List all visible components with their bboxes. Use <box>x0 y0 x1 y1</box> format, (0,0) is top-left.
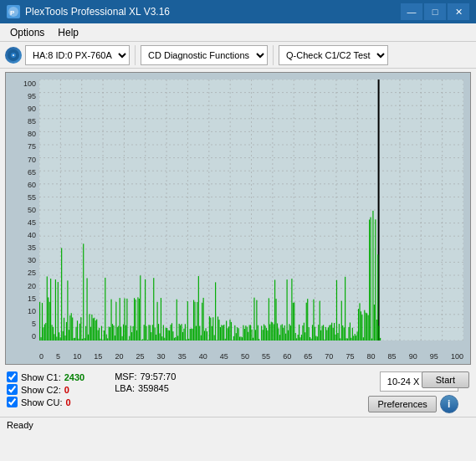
menu-help[interactable]: Help <box>51 25 85 40</box>
menu-bar: Options Help <box>0 23 476 42</box>
c2-check-item: Show C2: 0 <box>7 384 84 395</box>
cu-value: 0 <box>66 397 71 407</box>
info-button[interactable]: i <box>440 395 458 413</box>
show-c2-checkbox[interactable] <box>7 384 18 395</box>
c2-label: Show C2: <box>21 385 61 395</box>
title-bar: P PlexTools Professional XL V3.16 — □ ✕ <box>0 0 476 23</box>
lba-label: LBA: <box>115 383 135 393</box>
close-button[interactable]: ✕ <box>448 3 469 20</box>
function-select[interactable]: CD Diagnostic Functions <box>141 45 268 65</box>
chart-container: 100 95 90 85 80 75 70 65 60 55 50 45 40 … <box>5 72 471 365</box>
status-row: Show C1: 2430 Show C2: 0 Show CU: 0 MSF:… <box>0 368 476 417</box>
svg-text:P: P <box>10 9 15 17</box>
chart-canvas <box>39 79 463 341</box>
msf-value: 79:57:70 <box>140 371 176 382</box>
start-btn-container: Start <box>422 371 469 388</box>
check-group: Show C1: 2430 Show C2: 0 Show CU: 0 <box>7 371 84 407</box>
msf-lba-group: MSF: 79:57:70 LBA: 359845 <box>115 371 176 393</box>
start-button[interactable]: Start <box>422 371 469 388</box>
toolbar: HA:8 ID:0 PX-760A CD Diagnostic Function… <box>0 42 476 69</box>
lba-value: 359845 <box>138 383 169 393</box>
cu-check-item: Show CU: 0 <box>7 397 84 407</box>
separator-2 <box>273 45 274 65</box>
drive-icon <box>5 47 22 64</box>
msf-row: MSF: 79:57:70 <box>115 371 176 382</box>
test-select[interactable]: Q-Check C1/C2 Test <box>279 45 388 65</box>
msf-label: MSF: <box>115 371 136 382</box>
c1-label: Show C1: <box>21 372 61 382</box>
start-btn-row: Preferences i <box>368 395 458 413</box>
c1-value: 2430 <box>64 372 84 382</box>
minimize-button[interactable]: — <box>401 3 422 20</box>
c2-value: 0 <box>64 385 69 395</box>
lba-row: LBA: 359845 <box>115 383 176 393</box>
show-cu-checkbox[interactable] <box>7 397 18 407</box>
x-axis-labels: 0 5 10 15 20 25 30 35 40 45 50 55 60 65 … <box>39 352 463 361</box>
separator-1 <box>135 45 136 65</box>
chart-inner <box>39 79 463 341</box>
cu-label: Show CU: <box>21 397 63 407</box>
y-axis-labels: 100 95 90 85 80 75 70 65 60 55 50 45 40 … <box>9 79 39 341</box>
show-c1-checkbox[interactable] <box>7 371 18 382</box>
maximize-button[interactable]: □ <box>424 3 446 20</box>
svg-point-4 <box>13 54 14 56</box>
bottom-status-bar: Ready <box>0 417 476 433</box>
status-text: Ready <box>7 420 33 430</box>
menu-options[interactable]: Options <box>3 25 51 40</box>
app-icon: P <box>7 5 20 18</box>
c1-check-item: Show C1: 2430 <box>7 371 84 382</box>
app-title: PlexTools Professional XL V3.16 <box>25 6 401 18</box>
drive-select[interactable]: HA:8 ID:0 PX-760A <box>25 45 130 65</box>
preferences-button[interactable]: Preferences <box>368 396 436 412</box>
